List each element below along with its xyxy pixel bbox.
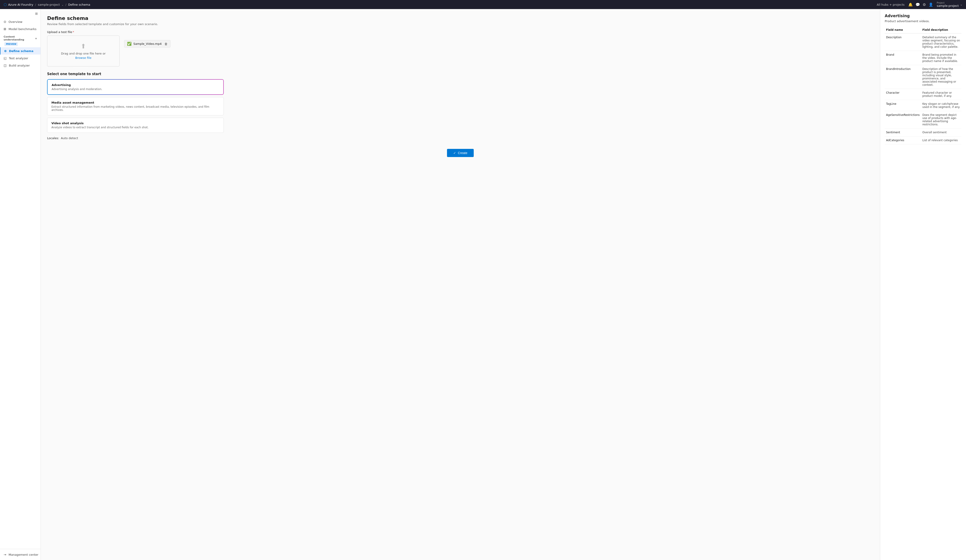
settings-icon[interactable]: ⚙ <box>923 2 926 7</box>
locales-value: Auto detect <box>61 136 78 140</box>
schema-table: Field name Field description Description… <box>885 26 961 144</box>
build-analyzer-icon: ◫ <box>3 64 7 67</box>
app-layout: ⊞ ⊙ Overview ⊞ Model benchmarks Content … <box>0 9 966 560</box>
main-content: Define schema Review fields from selecte… <box>41 9 880 560</box>
sidebar-item-define-schema[interactable]: ⊛ Define schema <box>0 47 41 54</box>
group-chevron-icon[interactable]: ∧ <box>35 37 37 39</box>
create-check-icon: ✓ <box>453 151 456 155</box>
schema-table-row: BrandIntroductionDescription of how the … <box>885 65 961 89</box>
file-check-icon: ✅ <box>127 42 131 46</box>
schema-table-row: DescriptionDetailed summary of the video… <box>885 33 961 51</box>
all-hubs-link[interactable]: All hubs + projects <box>877 3 905 7</box>
upload-section-label: Upload a test file* <box>47 30 874 34</box>
field-desc-cell: Description of how the product is presen… <box>921 65 961 89</box>
field-desc-cell: Key slogan or catchphrase used in the se… <box>921 100 961 111</box>
sidebar-item-label: Define schema <box>9 49 33 53</box>
field-desc-cell: List of relevant categories <box>921 136 961 144</box>
nav-icon-group: 🔔 💬 ⚙ 👤 <box>908 2 933 7</box>
field-desc-cell: Featured character or product model, if … <box>921 89 961 100</box>
project-selector[interactable]: Project sample-project ⌄ <box>937 2 963 7</box>
test-analyzer-icon: ◱ <box>3 56 7 60</box>
create-label: Create <box>458 151 467 155</box>
upload-drag-text: Drag and drop one file here or <box>52 52 115 55</box>
sidebar-section-content: ⊛ Define schema ◱ Test analyzer ◫ Build … <box>0 46 41 70</box>
chat-icon[interactable]: 💬 <box>915 2 920 7</box>
top-navigation: ⬡ Azure AI Foundry / sample-project ⌄ / … <box>0 0 966 9</box>
field-name-cell: Brand <box>885 51 921 65</box>
user-avatar-icon[interactable]: 👤 <box>929 2 933 7</box>
field-desc-cell: Does the segment depict use of products … <box>921 111 961 129</box>
benchmarks-icon: ⊞ <box>3 27 7 31</box>
sidebar-item-overview[interactable]: ⊙ Overview <box>0 18 41 25</box>
required-marker: * <box>73 30 74 34</box>
schema-table-row: BrandBrand being promoted in the video. … <box>885 51 961 65</box>
group-label-text: Content understanding <box>3 35 35 41</box>
template-card-media-asset[interactable]: Media asset management Extract structure… <box>47 97 224 115</box>
browse-link[interactable]: Browse file <box>52 56 115 59</box>
create-button[interactable]: ✓ Create <box>447 149 474 157</box>
field-name-cell: Character <box>885 89 921 100</box>
page-title: Define schema <box>47 15 874 21</box>
panel-title: Advertising <box>885 13 961 18</box>
nav-right: All hubs + projects 🔔 💬 ⚙ 👤 Project samp… <box>877 2 963 7</box>
locales-row: Locales: Auto detect <box>47 136 874 140</box>
sidebar-item-management-center[interactable]: → Management center <box>0 551 41 558</box>
field-name-cell: Sentiment <box>885 129 921 136</box>
sidebar-item-build-analyzer[interactable]: ◫ Build analyzer <box>0 62 41 69</box>
field-desc-cell: Brand being promoted in the video. Inclu… <box>921 51 961 65</box>
bell-icon[interactable]: 🔔 <box>908 2 913 7</box>
sidebar-group-content-understanding: Content understanding ∧ <box>0 33 41 42</box>
sidebar-collapse-button[interactable]: ⊞ <box>35 12 38 15</box>
right-panel: Advertising Product advertisement videos… <box>880 9 966 560</box>
template-card-advertising[interactable]: Advertising Advertising analysis and mod… <box>47 79 224 95</box>
sidebar-item-label: Overview <box>8 20 22 23</box>
uploaded-file-name: Sample_Video.mp4 <box>133 42 162 46</box>
sidebar-section-main: ⊙ Overview ⊞ Model benchmarks <box>0 17 41 33</box>
select-template-title: Select one template to start <box>47 72 874 76</box>
brand-name: Azure AI Foundry <box>8 3 33 7</box>
project-label: Project <box>937 2 959 4</box>
nav-separator-2: / <box>66 3 66 7</box>
sidebar-item-label: Test analyzer <box>9 57 28 60</box>
col-header-field-name: Field name <box>885 26 921 33</box>
sidebar-item-label: Build analyzer <box>9 64 30 67</box>
schema-table-row: AdCategoriesList of relevant categories <box>885 136 961 144</box>
template-desc: Analyze videos to extract transcript and… <box>51 126 219 129</box>
sidebar-item-label: Model benchmarks <box>8 27 36 31</box>
locales-label: Locales: <box>47 136 59 140</box>
delete-file-icon[interactable]: 🗑 <box>164 42 168 46</box>
nav-separator: / <box>35 3 36 7</box>
sidebar-bottom: → Management center <box>0 549 41 558</box>
template-title: Media asset management <box>51 101 219 104</box>
brand-logo[interactable]: ⬡ Azure AI Foundry <box>3 2 33 7</box>
upload-row: ⬆ Drag and drop one file here or Browse … <box>47 36 874 67</box>
preview-badge-row: PREVIEW <box>0 42 41 46</box>
field-desc-cell: Overall sentiment <box>921 129 961 136</box>
upload-cloud-icon: ⬆ <box>52 43 115 50</box>
uploaded-file-area: ✅ Sample_Video.mp4 🗑 <box>124 36 171 47</box>
template-desc: Advertising analysis and moderation. <box>52 88 219 91</box>
template-title: Advertising <box>52 83 219 87</box>
project-dropdown-icon: ⌄ <box>960 3 963 6</box>
field-name-cell: AdCategories <box>885 136 921 144</box>
page-subtitle: Review fields from selected template and… <box>47 22 874 26</box>
sidebar-item-test-analyzer[interactable]: ◱ Test analyzer <box>0 54 41 62</box>
overview-icon: ⊙ <box>3 20 7 23</box>
schema-table-row: AgeSensitiveRestrictionsDoes the segment… <box>885 111 961 129</box>
preview-badge: PREVIEW <box>5 42 18 46</box>
upload-dropzone[interactable]: ⬆ Drag and drop one file here or Browse … <box>47 36 120 67</box>
sidebar: ⊞ ⊙ Overview ⊞ Model benchmarks Content … <box>0 9 41 560</box>
sidebar-item-model-benchmarks[interactable]: ⊞ Model benchmarks <box>0 25 41 33</box>
schema-table-row: SentimentOverall sentiment <box>885 129 961 136</box>
template-title: Video shot analysis <box>51 121 219 125</box>
nav-project[interactable]: sample-project ⌄ <box>38 3 64 7</box>
nav-left: ⬡ Azure AI Foundry / sample-project ⌄ / … <box>3 2 90 7</box>
field-desc-cell: Detailed summary of the video segment, f… <box>921 33 961 51</box>
template-card-video-shot[interactable]: Video shot analysis Analyze videos to ex… <box>47 118 224 133</box>
project-chevron-icon: ⌄ <box>62 3 63 6</box>
project-details: Project sample-project <box>937 2 959 7</box>
field-name-cell: AgeSensitiveRestrictions <box>885 111 921 129</box>
field-name-cell: TagLine <box>885 100 921 111</box>
field-name-cell: Description <box>885 33 921 51</box>
brand-icon: ⬡ <box>3 2 7 7</box>
